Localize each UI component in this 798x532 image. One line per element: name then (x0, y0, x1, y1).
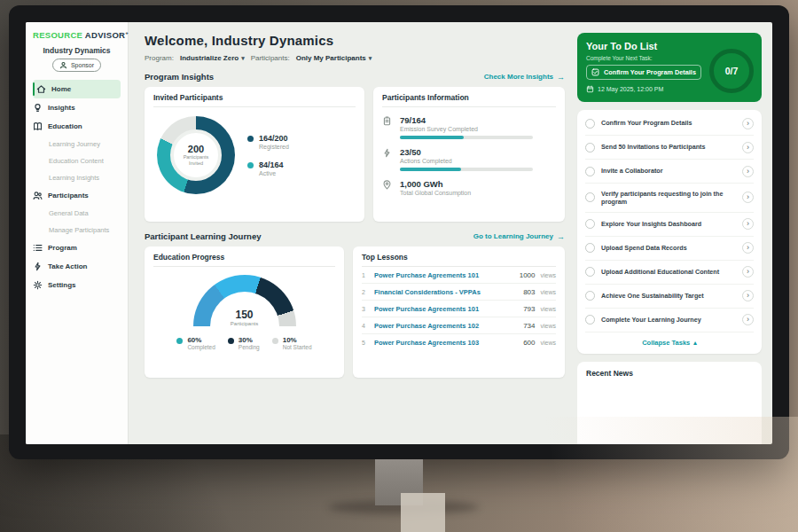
chevron-right-icon[interactable] (742, 142, 754, 153)
sidebar-item-learning-insights[interactable]: Learning Insights (26, 169, 128, 186)
lesson-row: 5 Power Purchase Agreements 103 600 view… (362, 334, 556, 350)
task-label: Upload Spend Data Records (601, 244, 736, 252)
sidebar-nav: Home Insights Education Learning Journey… (26, 80, 128, 294)
chevron-right-icon[interactable] (742, 166, 754, 177)
legend-item: 164/200 Registered (247, 134, 289, 150)
lesson-views: 793 (523, 305, 535, 313)
sidebar-item-program[interactable]: Program (26, 239, 128, 257)
lesson-views-unit: views (540, 323, 556, 329)
participants-information-card: Participants Information 79/164 Emission… (373, 87, 565, 222)
dashboard-screen: RESOURCE ADVISOR+ Industry Dynamics Spon… (26, 22, 772, 444)
info-value: 23/50 (400, 147, 533, 157)
sidebar-item-education-content[interactable]: Education Content (26, 153, 128, 169)
sidebar-item-insights[interactable]: Insights (26, 98, 128, 117)
participants-filter-value: Only My Participants (296, 54, 366, 62)
sidebar-item-label: Insights (48, 104, 75, 112)
legend-label: Completed (187, 344, 215, 350)
lesson-link[interactable]: Power Purchase Agreements 103 (374, 339, 518, 347)
filter-bar: Program: Industrialize Zero Participants… (145, 54, 565, 62)
lesson-views: 1000 (520, 271, 536, 279)
task-row[interactable]: Achieve One Sustainability Target (585, 285, 754, 309)
learning-journey-header: Participant Learning Journey Go to Learn… (145, 231, 565, 241)
task-checkbox[interactable] (585, 167, 595, 176)
chevron-right-icon[interactable] (742, 314, 754, 325)
go-to-learning-journey-link[interactable]: Go to Learning Journey (473, 232, 565, 241)
lesson-number: 1 (362, 272, 369, 278)
lesson-number: 2 (362, 289, 369, 295)
sponsor-icon (59, 61, 67, 69)
task-row[interactable]: Invite a Collaborator (585, 160, 754, 184)
info-value: 79/164 (400, 115, 533, 125)
lesson-views: 803 (523, 288, 535, 296)
task-checkbox[interactable] (585, 219, 595, 229)
task-checkbox[interactable] (585, 143, 595, 153)
program-filter-dropdown[interactable]: Industrialize Zero (180, 54, 245, 62)
next-task-chip[interactable]: Confirm Your Program Details (586, 65, 701, 80)
program-filter-value: Industrialize Zero (180, 54, 239, 62)
sidebar-item-manage-participants[interactable]: Manage Participants (26, 222, 128, 239)
task-row[interactable]: Verify participants requesting to join t… (585, 184, 754, 213)
info-row: 1,000 GWh Total Global Consumption (382, 179, 556, 196)
sidebar-item-general-data[interactable]: General Data (26, 205, 128, 222)
task-row[interactable]: Complete Your Learning Journey (585, 309, 754, 332)
legend-value: 84/164 (259, 160, 284, 169)
sidebar-item-take-action[interactable]: Take Action (26, 257, 128, 276)
task-checkbox[interactable] (585, 192, 595, 202)
lesson-link[interactable]: Power Purchase Agreements 101 (374, 271, 514, 279)
participants-filter-dropdown[interactable]: Only My Participants (296, 54, 372, 62)
chevron-down-icon (241, 54, 245, 62)
task-checkbox[interactable] (585, 267, 595, 277)
lesson-views: 600 (523, 339, 535, 347)
lesson-number: 5 (362, 340, 369, 346)
task-checkbox[interactable] (585, 291, 595, 301)
chevron-right-icon[interactable] (742, 192, 754, 203)
sidebar-item-participants[interactable]: Participants (26, 186, 128, 205)
chevron-right-icon[interactable] (742, 290, 754, 301)
survey-clipboard-icon (382, 115, 393, 126)
legend-item: 84/164 Active (247, 160, 289, 176)
task-label: Send 50 Invitations to Participants (601, 143, 736, 151)
chevron-right-icon[interactable] (742, 242, 754, 254)
program-insights-header: Program Insights Check More Insights (145, 72, 565, 82)
task-label: Upload Additional Educational Content (601, 268, 736, 276)
lesson-link[interactable]: Power Purchase Agreements 102 (374, 322, 518, 330)
chevron-right-icon[interactable] (742, 266, 754, 278)
check-more-insights-link[interactable]: Check More Insights (484, 73, 565, 82)
info-label: Emission Survey Completed (400, 126, 533, 132)
sidebar-item-education[interactable]: Education (26, 117, 128, 136)
task-checkbox[interactable] (585, 119, 595, 129)
sidebar-item-learning-journey[interactable]: Learning Journey (26, 136, 128, 153)
sidebar-item-settings[interactable]: Settings (26, 276, 128, 294)
task-label: Complete Your Learning Journey (601, 316, 736, 324)
lesson-row: 4 Power Purchase Agreements 102 734 view… (362, 317, 556, 334)
chevron-right-icon[interactable] (742, 218, 754, 230)
task-row[interactable]: Explore Your Insights Dashboard (585, 213, 754, 237)
org-name: Industry Dynamics (26, 46, 128, 55)
participants-filter-label: Participants: (251, 54, 290, 62)
gear-icon (33, 280, 43, 290)
page-title: Welcome, Industry Dynamics (145, 33, 565, 48)
education-gauge-chart: 150 Participants (193, 275, 296, 326)
chevron-right-icon[interactable] (742, 118, 754, 129)
todo-tasks-card: Confirm Your Program Details Send 50 Inv… (577, 110, 762, 354)
task-row[interactable]: Confirm Your Program Details (585, 112, 754, 136)
arrow-right-icon (557, 232, 565, 241)
task-label: Invite a Collaborator (601, 167, 736, 175)
lesson-link[interactable]: Financial Considerations - VPPAs (374, 288, 518, 296)
progress-bar-fill (400, 168, 461, 171)
lesson-link[interactable]: Power Purchase Agreements 101 (374, 305, 518, 313)
sidebar-item-home[interactable]: Home (33, 80, 121, 98)
todo-panel: Your To Do List Complete Your Next Task:… (575, 22, 772, 444)
task-checkbox[interactable] (585, 315, 595, 325)
legend-dot (247, 136, 254, 142)
collapse-tasks-link[interactable]: Collapse Tasks (585, 332, 754, 349)
gauge-center-value: 150 (193, 309, 296, 321)
sponsor-badge[interactable]: Sponsor (52, 59, 101, 72)
task-row[interactable]: Send 50 Invitations to Participants (585, 136, 754, 160)
task-row[interactable]: Upload Additional Educational Content (585, 261, 754, 285)
section-title: Participant Learning Journey (145, 231, 261, 241)
legend-item: 60% Completed (176, 336, 215, 350)
task-checkbox[interactable] (585, 243, 595, 253)
legend-label: Not Started (283, 344, 312, 350)
task-row[interactable]: Upload Spend Data Records (585, 237, 754, 261)
